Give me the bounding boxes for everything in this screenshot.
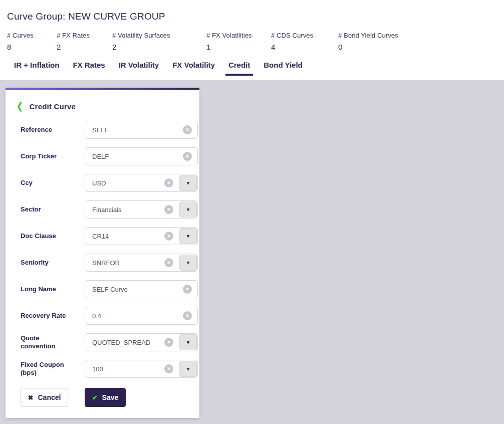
ccy-label: Ccy <box>21 179 73 187</box>
quote-convention-label: Quote convention <box>21 334 73 351</box>
caret-down-icon: ▾ <box>186 339 189 345</box>
caret-down-icon: ▾ <box>186 233 189 239</box>
stat-value: 4 <box>271 43 333 51</box>
page-title: Curve Group: NEW CURVE GROUP <box>7 11 504 22</box>
recovery-rate-input[interactable] <box>85 307 198 325</box>
stat-fx-rates: # FX Rates 2 <box>57 32 112 51</box>
back-chevron-icon[interactable]: ❮ <box>17 101 23 112</box>
caret-down-icon: ▾ <box>186 180 189 186</box>
save-button[interactable]: ✔ Save <box>85 388 126 407</box>
tab-ir-volatility[interactable]: IR Volatility <box>116 61 162 74</box>
clear-icon[interactable]: ✕ <box>164 178 173 187</box>
recovery-rate-label: Recovery Rate <box>21 312 73 320</box>
form-row-recovery-rate: Recovery Rate ✕ <box>21 307 199 325</box>
clear-icon[interactable]: ✕ <box>164 258 173 267</box>
stat-value: 2 <box>112 43 201 51</box>
dropdown-button[interactable]: ▾ <box>179 175 197 191</box>
reference-input[interactable] <box>85 121 198 139</box>
tab-ir-inflation[interactable]: IR + Inflation <box>11 61 62 74</box>
stat-volatility-surfaces: # Volatility Surfaces 2 <box>112 32 206 51</box>
cancel-button[interactable]: ✖ Cancel <box>21 388 68 407</box>
dropdown-button[interactable]: ▾ <box>179 255 197 271</box>
seniority-label: Seniority <box>21 259 73 267</box>
stats-row: # Curves 8 # FX Rates 2 # Volatility Sur… <box>7 32 504 51</box>
stat-label: # Curves <box>7 32 52 39</box>
seniority-input-wrap: ✕ ▾ <box>85 254 198 272</box>
tab-fx-volatility[interactable]: FX Volatility <box>169 61 218 74</box>
fixed-coupon-input-wrap: ✕ ▾ <box>85 360 198 378</box>
save-check-icon: ✔ <box>92 394 98 401</box>
page-header: Curve Group: NEW CURVE GROUP # Curves 8 … <box>0 0 504 80</box>
doc-clause-input-wrap: ✕ ▾ <box>85 227 198 245</box>
credit-curve-panel: ❮ Credit Curve Reference ✕ Corp Ticker ✕… <box>6 88 199 418</box>
clear-icon[interactable]: ✕ <box>183 125 192 134</box>
stat-value: 2 <box>57 43 107 51</box>
stat-value: 8 <box>7 43 52 51</box>
clear-icon[interactable]: ✕ <box>164 232 173 241</box>
stat-label: # FX Rates <box>57 32 107 39</box>
long-name-label: Long Name <box>21 285 73 293</box>
clear-icon[interactable]: ✕ <box>183 285 192 294</box>
reference-input-wrap: ✕ <box>85 121 198 139</box>
form-row-reference: Reference ✕ <box>21 121 199 139</box>
content-area: ❮ Credit Curve Reference ✕ Corp Ticker ✕… <box>0 80 504 424</box>
ccy-input-wrap: ✕ ▾ <box>85 174 198 192</box>
form-row-sector: Sector ✕ ▾ <box>21 200 199 219</box>
credit-curve-form: Reference ✕ Corp Ticker ✕ Ccy ✕ ▾ <box>21 121 199 378</box>
stat-label: # Bond Yield Curves <box>338 32 398 39</box>
form-row-corp-ticker: Corp Ticker ✕ <box>21 147 199 165</box>
stat-value: 1 <box>206 43 266 51</box>
form-row-long-name: Long Name ✕ <box>21 280 199 298</box>
tab-fx-rates[interactable]: FX Rates <box>70 61 108 74</box>
clear-icon[interactable]: ✕ <box>183 311 192 320</box>
quote-convention-input-wrap: ✕ ▾ <box>85 333 198 351</box>
form-row-doc-clause: Doc Clause ✕ ▾ <box>21 227 199 245</box>
form-row-fixed-coupon: Fixed Coupon (bps) ✕ ▾ <box>21 360 199 378</box>
dropdown-button[interactable]: ▾ <box>179 201 197 218</box>
corp-ticker-input[interactable] <box>85 147 198 165</box>
doc-clause-label: Doc Clause <box>21 232 73 240</box>
fixed-coupon-label: Fixed Coupon (bps) <box>21 361 73 377</box>
panel-header: ❮ Credit Curve <box>17 102 199 111</box>
sector-label: Sector <box>21 205 73 214</box>
stat-value: 0 <box>338 43 398 51</box>
recovery-rate-input-wrap: ✕ <box>85 307 198 325</box>
panel-accent-bar <box>6 88 199 90</box>
form-row-quote-convention: Quote convention ✕ ▾ <box>21 333 199 351</box>
long-name-input[interactable] <box>85 280 198 298</box>
cancel-x-icon: ✖ <box>28 394 34 401</box>
stat-fx-volatilities: # FX Volatilities 1 <box>206 32 271 51</box>
corp-ticker-label: Corp Ticker <box>21 152 73 160</box>
sector-input-wrap: ✕ ▾ <box>85 200 198 219</box>
form-row-ccy: Ccy ✕ ▾ <box>21 174 199 192</box>
tab-bar: IR + Inflation FX Rates IR Volatility FX… <box>11 61 504 77</box>
form-row-seniority: Seniority ✕ ▾ <box>21 254 199 272</box>
clear-icon[interactable]: ✕ <box>164 205 173 214</box>
stat-cds-curves: # CDS Curves 4 <box>271 32 338 51</box>
save-button-label: Save <box>102 393 119 401</box>
caret-down-icon: ▾ <box>186 206 189 213</box>
reference-label: Reference <box>21 126 73 134</box>
dropdown-button[interactable]: ▾ <box>179 361 197 377</box>
dropdown-button[interactable]: ▾ <box>179 228 197 244</box>
tab-bond-yield[interactable]: Bond Yield <box>261 61 306 74</box>
dropdown-button[interactable]: ▾ <box>179 334 197 350</box>
stat-bond-yield-curves: # Bond Yield Curves 0 <box>338 32 403 51</box>
clear-icon[interactable]: ✕ <box>183 152 192 161</box>
caret-down-icon: ▾ <box>186 260 189 266</box>
long-name-input-wrap: ✕ <box>85 280 198 298</box>
cancel-button-label: Cancel <box>38 393 61 401</box>
form-buttons: ✖ Cancel ✔ Save <box>21 388 199 407</box>
stat-label: # FX Volatilities <box>206 32 266 39</box>
tab-credit[interactable]: Credit <box>225 61 253 76</box>
corp-ticker-input-wrap: ✕ <box>85 147 198 165</box>
clear-icon[interactable]: ✕ <box>164 364 173 373</box>
stat-label: # Volatility Surfaces <box>112 32 201 39</box>
stat-label: # CDS Curves <box>271 32 333 39</box>
caret-down-icon: ▾ <box>186 366 189 372</box>
clear-icon[interactable]: ✕ <box>164 338 173 347</box>
stat-curves: # Curves 8 <box>7 32 57 51</box>
panel-title: Credit Curve <box>30 102 76 111</box>
